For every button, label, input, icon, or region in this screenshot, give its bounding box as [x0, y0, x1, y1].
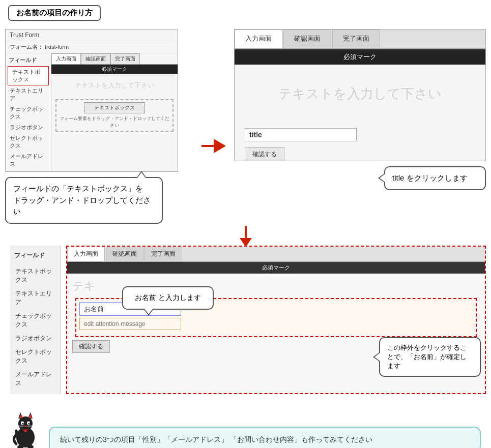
form-builder-content: フィールド テキストボックス テキストエリア チェックボックス ラジオボタン セ…	[6, 53, 178, 171]
bottom-field-checkbox[interactable]: チェックボックス	[10, 309, 61, 332]
tab-bottom-input[interactable]: 入力画面	[67, 247, 105, 261]
drop-area[interactable]: テキストボックス フォーム要素をドラッグ・アンド・ドロップしてください	[55, 99, 174, 132]
fields-header: フィールド	[6, 55, 51, 65]
preview-box: 入力画面 確認画面 完了画面 必須マーク テキストを入力して下さい 確認する	[234, 29, 486, 161]
required-mark-large: 必須マーク	[343, 53, 377, 61]
required-mark-bottom: 必須マーク	[262, 264, 290, 271]
tab-large-confirm[interactable]: 確認画面	[283, 29, 331, 48]
tab-large-input[interactable]: 入力画面	[235, 29, 282, 48]
down-arrow-line	[245, 226, 247, 238]
callout-onamae-text: お名前 と入力します	[135, 293, 201, 302]
tab-small-confirm[interactable]: 確認画面	[81, 53, 110, 64]
field-item-radio[interactable]: ラジオボタン	[6, 122, 51, 133]
tab-bar-small: 入力画面 確認画面 完了画面	[51, 53, 178, 65]
page-title: お名前の項目の作り方	[8, 5, 101, 21]
bottom-field-radio[interactable]: ラジオボタン	[10, 332, 61, 345]
callout-click-outside: この枠外をクリックすることで、「お名前」が確定します	[379, 337, 481, 377]
right-preview-panel: 入力画面 確認画面 完了画面 必須マーク テキストを入力して下さい 確認する t…	[234, 29, 486, 222]
bottom-field-email[interactable]: メールアドレス	[10, 368, 61, 390]
cat-speech-bubble: 続いて残りの3つの項目「性別」「メールアドレス」 「お問い合わせ内容」も作ってみ…	[49, 427, 481, 448]
svg-point-8	[22, 423, 24, 425]
callout-title-click-text: title をクリックします	[392, 173, 468, 182]
svg-point-10	[24, 426, 26, 427]
bottom-field-textarea[interactable]: テキストエリア	[10, 287, 61, 309]
form-builder-titlebar: Trust Form	[6, 29, 178, 41]
bottom-fields-header: フィールド	[10, 250, 61, 261]
top-section: Trust Form フォーム名： trust-form フィールド テキストボ…	[0, 24, 491, 227]
app-title: Trust Form	[10, 32, 39, 39]
bottom-field-select[interactable]: セレクトボックス	[10, 345, 61, 368]
field-item-textarea[interactable]: テキストエリア	[6, 85, 51, 104]
tab-small-input[interactable]: 入力画面	[51, 53, 81, 64]
tab-large-done[interactable]: 完了画面	[332, 29, 380, 48]
title-input[interactable]	[245, 128, 357, 141]
confirm-button-bottom[interactable]: 確認する	[72, 340, 110, 353]
left-form-builder-panel: Trust Form フォーム名： trust-form フィールド テキストボ…	[5, 29, 193, 222]
cat-svg	[10, 409, 41, 448]
tab-bar-bottom: 入力画面 確認画面 完了画面	[67, 247, 485, 262]
required-bar-large: 必須マーク	[235, 49, 485, 65]
drop-hint: フォーム要素をドラッグ・アンド・ドロップしてください	[59, 115, 170, 129]
bottom-content-row: フィールド テキストボックス テキストエリア チェックボックス ラジオボタン セ…	[10, 246, 486, 394]
bottom-field-textbox[interactable]: テキストボックス	[10, 264, 61, 287]
callout-drag-drop-text: フィールドの「テキストボックス」をドラッグ・アンド・ドロップしてください	[13, 184, 151, 216]
svg-point-9	[28, 423, 30, 425]
arrow-right-head	[214, 139, 226, 153]
arrow-right-container	[198, 70, 229, 222]
field-item-email[interactable]: メールアドレス	[6, 151, 51, 169]
form-builder-right: 入力画面 確認画面 完了画面 必須マーク テキストを入力して下さい テキストボッ…	[51, 53, 178, 171]
required-bar-bottom: 必須マーク	[67, 262, 485, 274]
confirm-button-preview[interactable]: 確認する	[245, 147, 284, 161]
form-name-value: trust-form	[45, 44, 69, 50]
field-item-checkbox[interactable]: チェックボックス	[6, 104, 51, 122]
fields-column: フィールド テキストボックス テキストエリア チェックボックス ラジオボタン セ…	[6, 53, 51, 171]
bottom-section: フィールド テキストボックス テキストエリア チェックボックス ラジオボタン セ…	[0, 246, 491, 399]
callout-title-click: title をクリックします	[384, 166, 486, 190]
svg-line-12	[17, 427, 23, 427]
arrow-right-line	[201, 145, 214, 147]
svg-line-14	[27, 427, 34, 427]
field-item-select[interactable]: セレクトボックス	[6, 133, 51, 151]
svg-point-1	[18, 416, 33, 431]
placeholder-text-small: テキストを入力して下さい	[51, 74, 178, 97]
tab-bottom-confirm[interactable]: 確認画面	[106, 247, 143, 261]
callout-onamae-input: お名前 と入力します	[122, 286, 214, 310]
form-name-row: フォーム名： trust-form	[6, 41, 178, 53]
svg-point-15	[24, 429, 27, 432]
callout-click-outside-text: この枠外をクリックすることで、「お名前」が確定します	[387, 344, 467, 370]
tab-bar-large: 入力画面 確認画面 完了画面	[235, 29, 485, 49]
required-mark-small: 必須マーク	[102, 66, 127, 72]
field-item-textbox[interactable]: テキストボックス	[8, 66, 49, 85]
down-arrow	[240, 226, 252, 247]
tab-small-done[interactable]: 完了画面	[110, 53, 140, 64]
required-bar-small: 必須マーク	[51, 65, 178, 74]
form-builder-box: Trust Form フォーム名： trust-form フィールド テキストボ…	[5, 29, 178, 172]
cat-bubble-text: 続いて残りの3つの項目「性別」「メールアドレス」 「お問い合わせ内容」も作ってみ…	[60, 435, 372, 443]
tab-bottom-done[interactable]: 完了画面	[145, 247, 182, 261]
footer-section: 続いて残りの3つの項目「性別」「メールアドレス」 「お問い合わせ内容」も作ってみ…	[0, 404, 491, 448]
placeholder-text-large: テキストを入力して下さい	[235, 65, 485, 123]
arrow-right	[201, 139, 226, 153]
dragged-textbox: テキストボックス	[84, 102, 145, 113]
attention-input[interactable]	[79, 318, 181, 330]
form-name-label: フォーム名：	[10, 44, 43, 50]
title-input-row	[235, 123, 485, 144]
cat-figure	[10, 409, 41, 448]
down-arrow-container	[0, 227, 491, 246]
callout-drag-drop: フィールドの「テキストボックス」をドラッグ・アンド・ドロップしてください	[5, 177, 163, 224]
bottom-fields-col: フィールド テキストボックス テキストエリア チェックボックス ラジオボタン セ…	[10, 246, 61, 394]
